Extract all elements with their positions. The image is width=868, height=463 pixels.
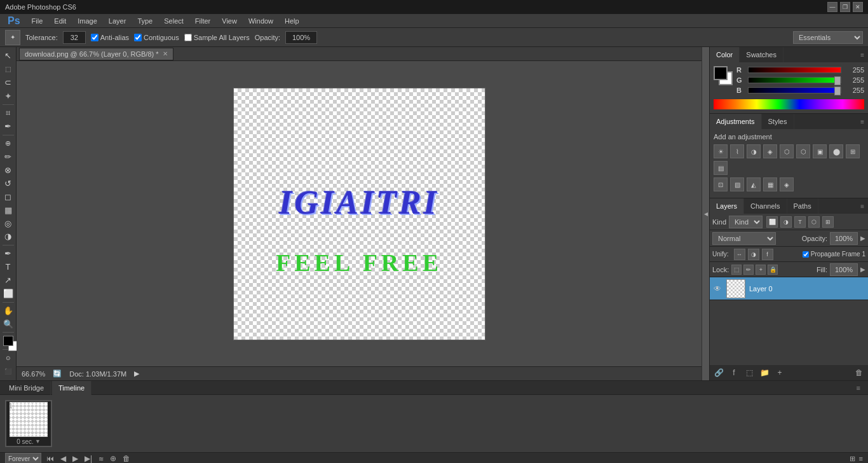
curves-adj-icon[interactable]: ⌇ (730, 144, 744, 158)
fg-color-swatch[interactable] (714, 66, 728, 80)
tween-button[interactable]: ≋ (97, 455, 105, 462)
shape-filter-icon[interactable]: ⬡ (808, 216, 820, 228)
lasso-tool[interactable]: ⊂ (1, 76, 15, 89)
opacity-input[interactable] (285, 31, 317, 44)
link-layers-icon[interactable]: 🔗 (712, 366, 725, 379)
clone-stamp-tool[interactable]: ⊗ (1, 163, 15, 176)
menu-layer[interactable]: Layer (104, 16, 132, 26)
smart-filter-icon[interactable]: ⊞ (822, 216, 834, 228)
eraser-tool[interactable]: ◻ (1, 190, 15, 203)
timeline-frame-1[interactable]: 1 0 sec. ▼ (5, 400, 52, 447)
selectivecolor-adj-icon[interactable]: ◈ (780, 177, 794, 191)
timeline-settings-icon[interactable]: ≡ (859, 455, 863, 462)
antialiased-checkbox[interactable] (91, 34, 98, 41)
tab-layers[interactable]: Layers (710, 198, 744, 214)
tab-timeline[interactable]: Timeline (52, 381, 92, 395)
lock-position-icon[interactable]: + (756, 265, 766, 275)
menu-select[interactable]: Select (159, 16, 189, 26)
foreground-color[interactable] (3, 336, 13, 346)
tab-channels[interactable]: Channels (744, 198, 787, 214)
hand-tool[interactable]: ✋ (1, 305, 15, 317)
tab-mini-bridge[interactable]: Mini Bridge (3, 381, 51, 395)
menu-filter[interactable]: Filter (190, 16, 215, 26)
create-group-icon[interactable]: 📁 (758, 366, 771, 379)
gradientmap-adj-icon[interactable]: ▦ (763, 177, 777, 191)
color-spectrum[interactable] (714, 99, 864, 109)
minimize-button[interactable]: — (827, 2, 837, 12)
layer-row[interactable]: 👁 Layer 0 (710, 277, 868, 300)
healing-brush-tool[interactable]: ⊕ (1, 137, 15, 149)
menu-ps[interactable]: Ps (3, 14, 25, 28)
lock-all-icon[interactable]: 🔒 (768, 265, 778, 275)
move-tool[interactable]: ↖ (1, 50, 15, 62)
path-selection-tool[interactable]: ↗ (1, 274, 15, 287)
prev-frame-button[interactable]: ◀ (59, 454, 67, 463)
status-arrow[interactable]: ▶ (134, 370, 139, 378)
next-frame-button[interactable]: ▶| (83, 454, 93, 463)
unify-style-icon[interactable]: ◑ (748, 249, 759, 260)
magic-wand-tool[interactable]: ✦ (1, 90, 15, 102)
adj-panel-collapse[interactable]: ≡ (857, 118, 868, 125)
menu-window[interactable]: Window (243, 16, 278, 26)
loop-dropdown[interactable]: Forever (5, 453, 41, 463)
crop-tool[interactable]: ⌗ (1, 107, 15, 120)
type-filter-icon[interactable]: T (794, 216, 806, 228)
restore-button[interactable]: ❐ (840, 2, 850, 12)
lock-pixels-icon[interactable]: ⬚ (731, 265, 742, 275)
hsl-adj-icon[interactable]: ⬡ (780, 144, 794, 158)
vibrance-adj-icon[interactable]: ◈ (763, 144, 777, 158)
opacity-value-input[interactable] (830, 232, 858, 245)
blend-mode-dropdown[interactable]: Normal (712, 232, 776, 245)
screen-mode-tool[interactable]: ⬛ (1, 365, 15, 378)
canvas-tab-close[interactable]: ✕ (163, 50, 168, 57)
delete-layer-icon[interactable]: 🗑 (853, 366, 865, 379)
eyedropper-tool[interactable]: ✒ (1, 120, 15, 133)
colorbalance-adj-icon[interactable]: ⬡ (796, 144, 810, 158)
menu-type[interactable]: Type (132, 16, 158, 26)
brush-tool[interactable]: ✏ (1, 150, 15, 163)
shape-tool[interactable]: ⬜ (1, 287, 15, 300)
add-mask-icon[interactable]: ⬚ (743, 366, 756, 379)
lock-paint-icon[interactable]: ✏ (743, 265, 754, 275)
sample-all-layers-checkbox[interactable] (184, 34, 192, 41)
kind-dropdown[interactable]: Kind (729, 216, 763, 228)
play-button[interactable]: ▶ (71, 454, 79, 463)
menu-view[interactable]: View (217, 16, 242, 26)
quick-mask-tool[interactable]: ⊙ (1, 352, 15, 364)
brightness-adj-icon[interactable]: ☀ (714, 144, 728, 158)
threshold-adj-icon[interactable]: ◭ (747, 177, 761, 191)
opacity-expand-icon[interactable]: ▶ (860, 235, 865, 242)
close-button[interactable]: ✕ (853, 2, 863, 12)
layers-panel-collapse[interactable]: ≡ (857, 203, 868, 210)
canvas-tab[interactable]: download.png @ 66.7% (Layer 0, RGB/8) * … (19, 48, 173, 60)
unify-fx-icon[interactable]: f (762, 249, 773, 260)
add-style-icon[interactable]: f (728, 366, 740, 379)
tab-paths[interactable]: Paths (787, 198, 818, 214)
tolerance-input[interactable] (63, 31, 86, 44)
color-panel-collapse[interactable]: ≡ (857, 52, 868, 59)
color-picker[interactable] (3, 336, 13, 346)
zoom-tool[interactable]: 🔍 (1, 317, 15, 330)
rewind-button[interactable]: ⏮ (45, 454, 55, 463)
pen-tool[interactable]: ✒ (1, 247, 15, 260)
fill-expand-icon[interactable]: ▶ (860, 266, 865, 273)
colorlookup-adj-icon[interactable]: ▤ (714, 161, 728, 175)
create-layer-icon[interactable]: + (773, 366, 786, 379)
photofilter-adj-icon[interactable]: ⬤ (829, 144, 843, 158)
tab-styles[interactable]: Styles (762, 114, 794, 129)
posterize-adj-icon[interactable]: ▧ (730, 177, 744, 191)
marquee-tool[interactable]: ⬚ (1, 63, 15, 76)
duplicate-frame-button[interactable]: ⊕ (109, 454, 118, 463)
fill-value-input[interactable] (830, 263, 858, 276)
type-tool[interactable]: T (1, 261, 15, 273)
dodge-tool[interactable]: ◑ (1, 230, 15, 243)
menu-help[interactable]: Help (280, 16, 304, 26)
pixel-filter-icon[interactable]: ⬜ (766, 216, 778, 228)
right-side-collapse[interactable]: ◀ (702, 47, 709, 380)
tab-adjustments[interactable]: Adjustments (710, 114, 762, 129)
exposure-adj-icon[interactable]: ◑ (747, 144, 761, 158)
frame-duration-expand[interactable]: ▼ (35, 438, 41, 445)
channelmixer-adj-icon[interactable]: ⊞ (846, 144, 860, 158)
invert-adj-icon[interactable]: ⊡ (714, 177, 728, 191)
tab-swatches[interactable]: Swatches (740, 47, 783, 62)
